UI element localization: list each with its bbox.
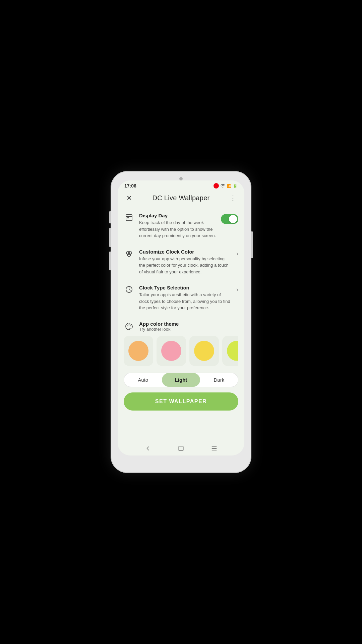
setting-clock-type[interactable]: Clock Type Selection Tailor your app's a…: [118, 280, 244, 316]
swatch-yellow[interactable]: [189, 336, 219, 366]
signal-icon: 📶: [227, 184, 232, 188]
phone-screen: 17:06 📶 🔋 ✕ DC Live Wallpaper ⋮: [118, 180, 244, 455]
nav-bar: [118, 440, 244, 455]
svg-point-6: [128, 251, 132, 255]
palette-icon: [124, 321, 134, 332]
theme-dark-button[interactable]: Dark: [200, 373, 238, 387]
carrier-icon: [214, 183, 219, 189]
setting-customize-clock-color[interactable]: Customize Clock Color Infuse your app wi…: [118, 244, 244, 280]
setting-display-day[interactable]: Display Day Keep track of the day of the…: [118, 208, 244, 244]
clock-color-text: Customize Clock Color Infuse your app wi…: [139, 249, 232, 275]
back-button[interactable]: [143, 443, 153, 453]
svg-rect-4: [127, 217, 129, 218]
page-title: DC Live Wallpaper: [152, 194, 209, 202]
svg-point-11: [129, 324, 130, 325]
close-button[interactable]: ✕: [124, 193, 134, 203]
wifi-icon: [220, 183, 226, 188]
clock-type-action[interactable]: ›: [236, 286, 238, 293]
scroll-content: Display Day Keep track of the day of the…: [118, 207, 244, 440]
more-button[interactable]: ⋮: [228, 193, 238, 203]
clock-color-desc: Infuse your app with personality by sele…: [139, 256, 232, 275]
swatch-orange[interactable]: [124, 336, 153, 366]
theme-auto-button[interactable]: Auto: [124, 373, 162, 387]
calendar-icon: [124, 213, 134, 221]
status-time: 17:06: [124, 183, 136, 189]
clock-type-text: Clock Type Selection Tailor your app's a…: [139, 285, 232, 311]
status-icons: 📶 🔋: [214, 183, 238, 189]
top-bar: ✕ DC Live Wallpaper ⋮: [118, 190, 244, 207]
svg-point-9: [127, 325, 128, 326]
swatch-circle-yellow-green: [227, 341, 238, 361]
color-mix-icon: [124, 250, 134, 258]
volume-up-button: [109, 228, 111, 247]
clock-type-title: Clock Type Selection: [139, 285, 232, 290]
theme-light-button[interactable]: Light: [162, 373, 200, 387]
swatch-yellow-green[interactable]: [222, 336, 238, 366]
display-day-title: Display Day: [139, 213, 216, 218]
recent-apps-button[interactable]: [209, 443, 219, 453]
chevron-right-icon: ›: [236, 250, 238, 257]
svg-point-7: [127, 253, 131, 257]
swatch-circle-yellow: [194, 341, 214, 361]
svg-point-10: [130, 325, 131, 326]
color-theme-title: App color theme: [139, 321, 179, 327]
color-theme-header: App color theme Try another look: [124, 321, 238, 332]
swatches-row: [124, 336, 238, 367]
clock-type-desc: Tailor your app's aesthetic with a varie…: [139, 291, 232, 311]
clock-color-title: Customize Clock Color: [139, 249, 232, 255]
set-wallpaper-button[interactable]: SET WALLPAPER: [124, 392, 238, 411]
phone-shell: 17:06 📶 🔋 ✕ DC Live Wallpaper ⋮: [111, 171, 251, 473]
swatch-circle-pink: [161, 341, 181, 361]
color-theme-section: App color theme Try another look: [118, 316, 244, 417]
display-day-toggle[interactable]: [221, 214, 238, 224]
display-day-desc: Keep track of the day of the week effort…: [139, 219, 216, 239]
volume-silent-button: [109, 211, 111, 223]
clock-color-action[interactable]: ›: [236, 250, 238, 257]
color-theme-title-group: App color theme Try another look: [139, 321, 179, 332]
chevron-right-icon-2: ›: [236, 286, 238, 293]
svg-rect-0: [126, 215, 132, 221]
display-day-action[interactable]: [221, 214, 238, 224]
volume-down-button: [109, 252, 111, 270]
swatch-circle-orange: [128, 341, 148, 361]
status-bar: 17:06 📶 🔋: [118, 180, 244, 190]
clock-icon: [124, 285, 134, 293]
battery-icon: 🔋: [233, 184, 238, 188]
display-day-text: Display Day Keep track of the day of the…: [139, 213, 216, 239]
swatch-pink[interactable]: [157, 336, 186, 366]
theme-toggle: Auto Light Dark: [124, 373, 238, 387]
home-button[interactable]: [176, 443, 186, 453]
svg-rect-12: [179, 446, 183, 450]
color-theme-subtitle: Try another look: [139, 327, 179, 332]
power-button: [251, 231, 253, 258]
